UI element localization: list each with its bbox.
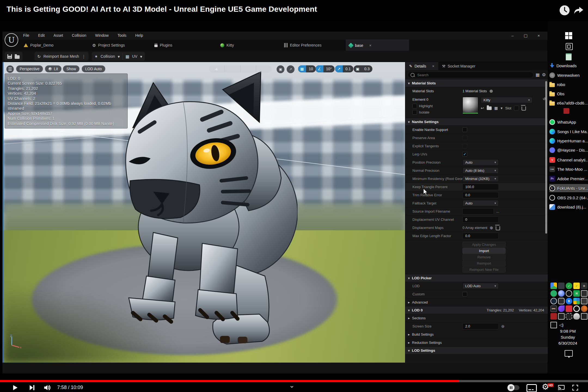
menu-asset[interactable]: Asset xyxy=(50,32,67,39)
scale-tool-icon[interactable] xyxy=(256,65,272,72)
normal-precision-dropdown[interactable]: Auto (8 bits) ▾ xyxy=(463,167,499,174)
keep-triangle-input[interactable]: 100.0 xyxy=(463,184,499,190)
share-icon[interactable] xyxy=(573,4,585,16)
grid-snap-icon[interactable]: ▦ xyxy=(298,65,306,72)
rotate-tool-icon[interactable] xyxy=(241,65,256,72)
search-input[interactable] xyxy=(417,73,531,77)
volume-icon[interactable]: ◁) xyxy=(558,322,565,328)
expand-icon[interactable]: ▾ xyxy=(408,82,410,85)
antivirus-icon[interactable]: ✓ xyxy=(566,283,572,289)
desktop-item-songs[interactable]: Songs I Like Ma... xyxy=(549,127,588,136)
browse-to-asset-icon[interactable] xyxy=(487,106,492,110)
system-clock[interactable]: 9:08 PM Sunday 6/30/2024 xyxy=(548,328,588,346)
sections-row[interactable]: ▸ Sections xyxy=(405,314,548,322)
displacement-uv-input[interactable]: 0 xyxy=(463,216,499,223)
angle-snap-icon[interactable]: ∠ xyxy=(316,65,323,72)
camera-speed-value[interactable]: 0.3 xyxy=(362,67,372,71)
google-drive-icon[interactable] xyxy=(550,283,557,289)
section-nanite-settings[interactable]: ▾ Nanite Settings xyxy=(405,118,548,126)
texture-picker-icon[interactable]: ▩ xyxy=(494,106,498,110)
desktop-item-robo[interactable]: robo xyxy=(549,80,588,88)
build-settings-row[interactable]: ▸ Build Settings xyxy=(405,330,548,339)
isolate-checkbox[interactable]: ✓ xyxy=(412,110,417,115)
trim-error-input[interactable]: 0.0 xyxy=(463,192,499,198)
notes-check-icon[interactable]: ✓ xyxy=(573,283,580,289)
subtitles-icon[interactable] xyxy=(526,384,537,392)
add-array-icon[interactable]: ⊕ xyxy=(490,226,493,230)
move-tool-icon[interactable] xyxy=(225,65,241,72)
collapse-chevron-icon[interactable]: ⌄ xyxy=(289,382,295,389)
cast-icon[interactable] xyxy=(557,384,566,391)
menu-tools[interactable]: Tools xyxy=(114,32,130,39)
fullscreen-icon[interactable] xyxy=(571,384,579,391)
max-edge-input[interactable]: 0.0 xyxy=(463,233,499,239)
min-residency-dropdown[interactable]: Minimal (32KB) ▾ xyxy=(463,176,499,182)
expand-right-icon[interactable]: ▸ xyxy=(408,301,410,304)
next-button[interactable] xyxy=(27,383,36,392)
transform-tools[interactable] xyxy=(209,65,272,72)
usb-icon[interactable] xyxy=(581,298,587,304)
reimport-button[interactable]: Reimport xyxy=(463,261,506,266)
display-options-icon[interactable]: ▦ xyxy=(536,73,540,77)
advanced-row[interactable]: ▸ Advanced xyxy=(405,298,548,307)
desktop-item-fckuants[interactable]: U FckUAnts - Unr... xyxy=(549,184,588,192)
settings-gear-icon[interactable]: ⚙ xyxy=(542,73,546,77)
highlight-checkbox[interactable]: ✓ xyxy=(412,104,417,108)
viewport-options-icon[interactable] xyxy=(6,65,14,73)
browser-orange-icon[interactable] xyxy=(581,305,587,312)
tab-close-icon[interactable]: × xyxy=(369,44,371,47)
voicemod-icon[interactable] xyxy=(558,290,565,297)
notepad-icon[interactable] xyxy=(566,53,572,60)
desktop-item-hyperhuman[interactable]: HyperHuman a... xyxy=(549,137,588,145)
tab-base[interactable]: base × xyxy=(346,40,409,51)
angle-snap-value[interactable]: 10° xyxy=(323,67,335,71)
reimport-base-mesh-button[interactable]: Reimport Base Mesh xyxy=(44,54,79,59)
onedrive-icon[interactable] xyxy=(573,313,580,320)
bluetooth-icon[interactable]: B xyxy=(566,298,572,304)
tab-poplar-demo[interactable]: Poplar_Demo xyxy=(20,40,84,51)
show-dropdown[interactable]: Show xyxy=(63,65,79,72)
discord-tray-icon[interactable] xyxy=(558,283,565,289)
feather-icon[interactable] xyxy=(558,305,565,312)
collision-dropdown[interactable]: Collision xyxy=(101,54,115,59)
search-field[interactable] xyxy=(408,72,534,78)
source-import-input[interactable] xyxy=(463,208,494,215)
material-thumbnail[interactable] xyxy=(463,97,478,113)
section-lod-settings[interactable]: ▾ LOD Settings xyxy=(405,347,548,354)
material-dropdown[interactable]: Kitty ▾ xyxy=(481,97,532,103)
tab-kitty[interactable]: Kitty xyxy=(217,40,277,51)
details-scrollbar[interactable] xyxy=(545,81,547,234)
custom-checkbox[interactable]: ✓ xyxy=(463,292,467,296)
menu-help[interactable]: Help xyxy=(131,32,147,39)
capture-card-icon[interactable] xyxy=(566,313,572,320)
volume-icon[interactable] xyxy=(42,383,52,392)
battery-icon[interactable] xyxy=(581,313,587,320)
lerp-uvs-checkbox[interactable]: ✓ xyxy=(463,152,467,157)
network-display-icon[interactable] xyxy=(550,322,557,328)
lod-dropdown[interactable]: LOD Auto ▾ xyxy=(463,283,499,289)
tab-details[interactable]: ✎ Details × xyxy=(405,62,438,70)
preserve-area-checkbox[interactable]: ✓ xyxy=(463,136,467,140)
details-close-icon[interactable]: × xyxy=(432,64,434,68)
scale-snap-control[interactable]: ↗ 0.1 xyxy=(335,65,353,72)
save-icon[interactable] xyxy=(7,54,12,59)
scale-snap-value[interactable]: 0.1 xyxy=(343,67,353,71)
camera-speed-icon[interactable]: ▣ xyxy=(354,65,362,72)
remove-button[interactable]: Remove xyxy=(463,254,506,260)
menu-collision[interactable]: Collision xyxy=(68,32,90,39)
position-precision-dropdown[interactable]: Auto ▾ xyxy=(463,159,499,166)
scale-snap-icon[interactable]: ↗ xyxy=(335,65,343,72)
voicemeeter-tray-icon[interactable] xyxy=(550,313,557,320)
close-button[interactable]: × xyxy=(533,32,545,39)
autoplay-toggle[interactable] xyxy=(508,385,519,390)
desktop-item-voicemeeter[interactable] xyxy=(564,107,588,115)
section-lod-picker[interactable]: ▾ LOD Picker xyxy=(405,274,548,282)
delete-slot-icon[interactable] xyxy=(522,106,526,111)
gears-icon[interactable]: ⚙ xyxy=(581,283,587,289)
microphone-icon[interactable] xyxy=(558,298,565,304)
menu-edit[interactable]: Edit xyxy=(34,32,48,39)
reduction-settings-row[interactable]: ▸ Reduction Settings xyxy=(405,339,548,347)
uv-dropdown[interactable]: UV xyxy=(132,54,137,59)
rotation-snap-control[interactable]: ∠ 10° xyxy=(316,65,335,72)
steam-icon[interactable] xyxy=(550,298,557,304)
